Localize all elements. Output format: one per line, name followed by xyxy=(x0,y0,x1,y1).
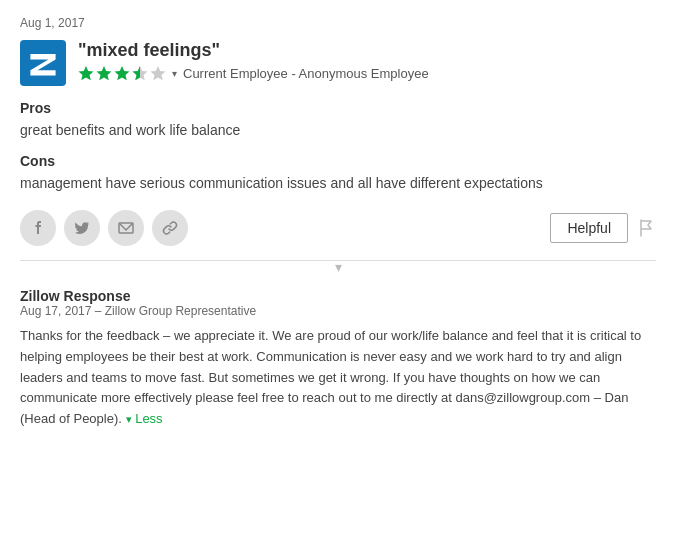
pros-label: Pros xyxy=(20,100,656,116)
response-date: Aug 17, 2017 – Zillow Group Representati… xyxy=(20,304,656,318)
pros-text: great benefits and work life balance xyxy=(20,120,656,141)
response-text: Thanks for the feedback – we appreciate … xyxy=(20,326,656,430)
employee-type: Current Employee - Anonymous Employee xyxy=(183,66,429,81)
twitter-icon xyxy=(74,220,90,236)
twitter-share-button[interactable] xyxy=(64,210,100,246)
facebook-icon xyxy=(30,220,46,236)
divider-section: ▾ xyxy=(20,260,656,274)
svg-marker-0 xyxy=(30,54,55,76)
actions-row: Helpful xyxy=(20,210,656,246)
cons-text: management have serious communication is… xyxy=(20,173,656,194)
flag-button[interactable] xyxy=(638,218,656,238)
email-share-button[interactable] xyxy=(108,210,144,246)
star-3 xyxy=(114,65,130,81)
rating-row: ▾ Current Employee - Anonymous Employee xyxy=(78,65,429,81)
less-arrow: ▾ xyxy=(126,413,132,425)
helpful-button[interactable]: Helpful xyxy=(550,213,628,243)
star-1 xyxy=(78,65,94,81)
response-section: Zillow Response Aug 17, 2017 – Zillow Gr… xyxy=(20,288,656,430)
divider-line xyxy=(20,260,656,261)
svg-marker-2 xyxy=(97,66,112,80)
right-actions: Helpful xyxy=(550,213,656,243)
review-title: "mixed feelings" xyxy=(78,40,429,61)
link-icon xyxy=(162,220,178,236)
company-logo xyxy=(20,40,66,86)
review-header: "mixed feelings" ▾ Current Employee - An… xyxy=(20,40,656,86)
review-date: Aug 1, 2017 xyxy=(20,16,656,30)
divider-arrow: ▾ xyxy=(335,260,342,274)
svg-marker-3 xyxy=(115,66,130,80)
copy-link-button[interactable] xyxy=(152,210,188,246)
svg-marker-7 xyxy=(151,66,166,80)
star-rating xyxy=(78,65,166,81)
svg-marker-1 xyxy=(79,66,94,80)
review-meta: "mixed feelings" ▾ Current Employee - An… xyxy=(78,40,429,81)
rating-dropdown[interactable]: ▾ xyxy=(172,68,177,79)
flag-icon xyxy=(638,218,656,238)
email-icon xyxy=(118,220,134,236)
star-2 xyxy=(96,65,112,81)
social-icons xyxy=(20,210,188,246)
response-title: Zillow Response xyxy=(20,288,656,304)
less-link[interactable]: Less xyxy=(135,411,162,426)
facebook-share-button[interactable] xyxy=(20,210,56,246)
star-5 xyxy=(150,65,166,81)
cons-label: Cons xyxy=(20,153,656,169)
star-4 xyxy=(132,65,148,81)
